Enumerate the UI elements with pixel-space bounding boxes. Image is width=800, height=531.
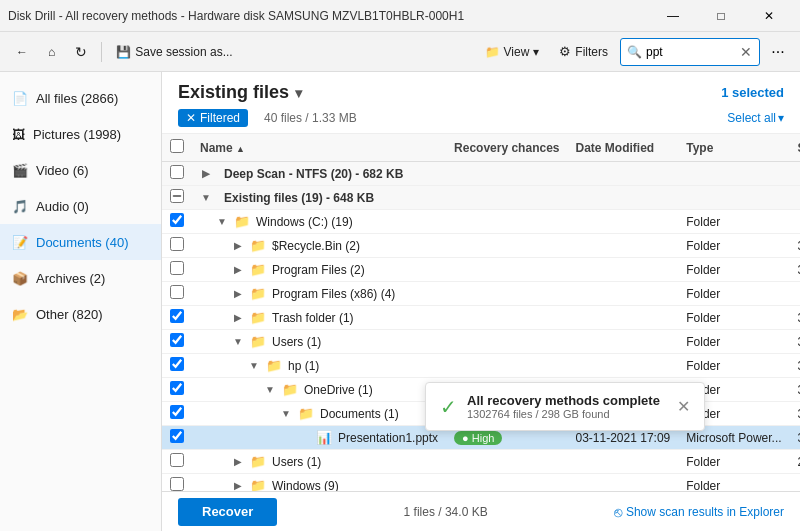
row-checkbox[interactable] (170, 189, 184, 203)
row-size: 179 KB (790, 282, 800, 306)
sidebar-item-other[interactable]: 📂 Other (820) (0, 296, 161, 332)
expand-icon[interactable]: ▶ (232, 288, 244, 299)
row-checkbox[interactable] (170, 165, 184, 179)
sidebar-item-archives[interactable]: 📦 Archives (2) (0, 260, 161, 296)
row-checkbox[interactable] (170, 285, 184, 299)
sidebar-item-pictures[interactable]: 🖼 Pictures (1998) (0, 116, 161, 152)
sidebar-item-all-files[interactable]: 📄 All files (2866) (0, 80, 161, 116)
row-checkbox[interactable] (170, 405, 184, 419)
row-name-cell: ▼📁Documents (1) (192, 402, 446, 426)
toast-close-button[interactable]: ✕ (677, 397, 690, 416)
expand-icon[interactable]: ▼ (280, 408, 292, 419)
title-dropdown-icon[interactable]: ▾ (295, 85, 302, 101)
row-date-modified (567, 282, 678, 306)
row-name-text: $Recycle.Bin (2) (272, 239, 360, 253)
row-checkbox-cell (162, 474, 192, 492)
close-button[interactable]: ✕ (746, 0, 792, 32)
select-all-checkbox[interactable] (170, 139, 184, 153)
folder-icon: 📁 (234, 214, 250, 229)
view-button[interactable]: 📁 View ▾ (477, 38, 548, 66)
row-name-content: ▼📁Users (1) (232, 334, 438, 349)
filter-chip[interactable]: ✕ Filtered (178, 109, 248, 127)
sidebar-item-video[interactable]: 🎬 Video (6) (0, 152, 161, 188)
row-name-cell: ▶📁Windows (9) (192, 474, 446, 492)
expand-icon[interactable]: ▼ (232, 336, 244, 347)
sidebar-item-audio[interactable]: 🎵 Audio (0) (0, 188, 161, 224)
search-icon: 🔍 (627, 45, 642, 59)
sidebar-item-documents[interactable]: 📝 Documents (40) (0, 224, 161, 260)
row-name-text: Deep Scan - NTFS (20) - 682 KB (224, 167, 403, 181)
row-checkbox-cell (162, 186, 192, 210)
expand-icon[interactable]: ▶ (232, 240, 244, 251)
row-checkbox[interactable] (170, 213, 184, 227)
row-type: Folder (678, 210, 789, 234)
expand-icon[interactable]: ▶ (232, 264, 244, 275)
expand-icon[interactable]: ▼ (216, 216, 228, 227)
row-name-content: ▶📁Trash folder (1) (232, 310, 438, 325)
table-row: ▶📁Program Files (x86) (4)Folder179 KB (162, 282, 800, 306)
sidebar-item-documents-label: Documents (40) (36, 235, 128, 250)
filters-button[interactable]: ⚙ Filters (551, 38, 616, 66)
folder-icon: 📁 (250, 286, 266, 301)
row-name-cell: ▶📁Users (1) (192, 450, 446, 474)
folder-icon: 📁 (250, 262, 266, 277)
folder-icon: 📁 (250, 334, 266, 349)
minimize-button[interactable]: — (650, 0, 696, 32)
search-box: 🔍 ✕ (620, 38, 760, 66)
expand-icon[interactable]: ▶ (232, 480, 244, 491)
expand-icon[interactable]: ▶ (200, 168, 212, 179)
table-header: Name ▲ Recovery chances Date Modified Ty… (162, 134, 800, 162)
toast-subtitle: 1302764 files / 298 GB found (467, 408, 667, 420)
sidebar-item-video-label: Video (6) (36, 163, 89, 178)
table-row: ▶📁Trash folder (1)Folder34.0 KB (162, 306, 800, 330)
row-size: 34.1 KB (790, 234, 800, 258)
content-title: Existing files ▾ (178, 82, 302, 103)
folder-icon: 📁 (250, 478, 266, 491)
search-clear-button[interactable]: ✕ (740, 45, 752, 59)
refresh-button[interactable]: ↻ (67, 38, 95, 66)
row-name-cell: ▶📁Program Files (x86) (4) (192, 282, 446, 306)
row-checkbox[interactable] (170, 333, 184, 347)
files-table: Name ▲ Recovery chances Date Modified Ty… (162, 134, 800, 491)
back-button[interactable]: ← (8, 38, 36, 66)
expand-icon[interactable]: ▼ (248, 360, 260, 371)
header-name[interactable]: Name ▲ (192, 134, 446, 162)
row-checkbox[interactable] (170, 381, 184, 395)
row-checkbox[interactable] (170, 309, 184, 323)
search-input[interactable] (646, 45, 736, 59)
row-date-modified (567, 162, 678, 186)
row-checkbox[interactable] (170, 477, 184, 491)
expand-icon[interactable]: ▶ (232, 456, 244, 467)
row-checkbox[interactable] (170, 261, 184, 275)
save-session-button[interactable]: 💾 Save session as... (108, 38, 240, 66)
row-checkbox[interactable] (170, 357, 184, 371)
row-name-text: Existing files (19) - 648 KB (224, 191, 374, 205)
expand-icon[interactable]: ▼ (264, 384, 276, 395)
table-area[interactable]: Name ▲ Recovery chances Date Modified Ty… (162, 134, 800, 491)
row-size: 28.8 KB (790, 450, 800, 474)
recover-button[interactable]: Recover (178, 498, 277, 526)
maximize-button[interactable]: □ (698, 0, 744, 32)
sidebar-item-all-files-label: All files (2866) (36, 91, 118, 106)
show-scan-button[interactable]: ⎋ Show scan results in Explorer (614, 504, 784, 520)
row-size (790, 162, 800, 186)
expand-icon[interactable]: ▶ (232, 312, 244, 323)
row-checkbox[interactable] (170, 429, 184, 443)
folder-icon: 📁 (485, 45, 500, 59)
row-name-cell: 📊Presentation1.pptx (192, 426, 446, 450)
table-body: ▶Deep Scan - NTFS (20) - 682 KB▼Existing… (162, 162, 800, 492)
row-recovery-chances (446, 306, 567, 330)
expand-icon[interactable]: ▼ (200, 192, 212, 203)
home-button[interactable]: ⌂ (40, 38, 63, 66)
select-all-button[interactable]: Select all ▾ (727, 111, 784, 125)
folder-icon: 📁 (266, 358, 282, 373)
row-name-content: ▼📁hp (1) (248, 358, 438, 373)
row-name-text: Program Files (x86) (4) (272, 287, 395, 301)
more-options-button[interactable]: ··· (764, 38, 792, 66)
row-checkbox[interactable] (170, 237, 184, 251)
toast-overlay: ✓ All recovery methods complete 1302764 … (425, 382, 705, 431)
row-date-modified (567, 474, 678, 492)
row-checkbox-cell (162, 162, 192, 186)
row-checkbox[interactable] (170, 453, 184, 467)
table-row: ▼📁Users (1)Folder34.0 KB (162, 330, 800, 354)
